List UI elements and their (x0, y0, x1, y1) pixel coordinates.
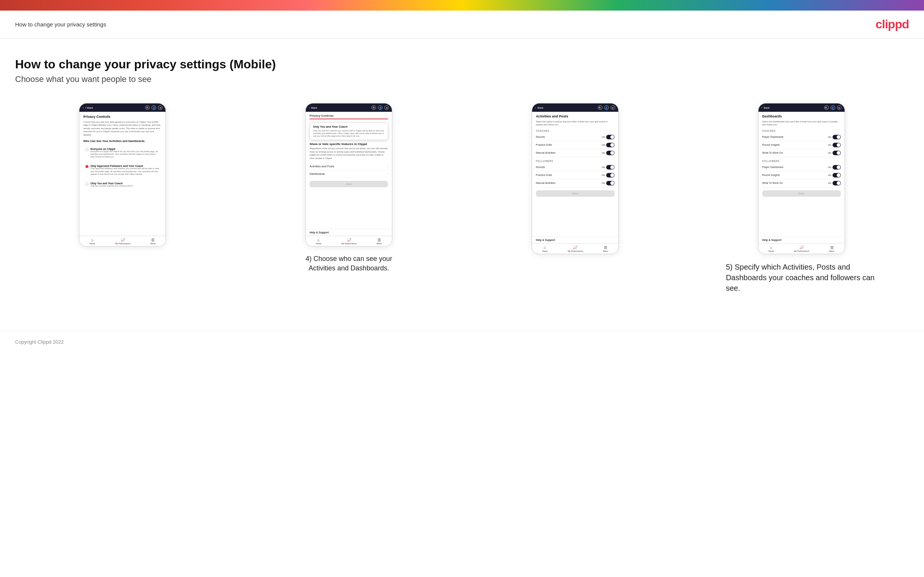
back-button-1[interactable]: ‹ < Back (82, 106, 93, 109)
coaches-manual-toggle[interactable] (606, 151, 614, 155)
phone-1-content: Privacy Controls Control how you and you… (79, 112, 166, 195)
mockup-group-1: ‹ < Back 🔍 👤 ⚙ Privacy Controls Control … (15, 103, 230, 247)
phone-4-content: Dashboards Select the dashboards that yo… (758, 112, 845, 199)
save-btn-3[interactable]: Save (536, 190, 614, 197)
option-approved-desc: Only approved followers and coaches you … (90, 167, 160, 175)
option-everyone-title: Everyone on Clippd (90, 148, 160, 150)
save-btn-2[interactable]: Save (310, 181, 388, 187)
performance-icon-4: 📈 (799, 245, 804, 250)
phone-1-nav: ⌂ Home 📈 My Performance ☰ Menu (79, 235, 166, 246)
nav-performance-label-2: My Performance (341, 242, 356, 245)
followers-round-insights-label: Round Insights (762, 174, 780, 176)
nav-performance-label-4: My Performance (794, 250, 809, 252)
nav-home-1[interactable]: ⌂ Home (90, 238, 95, 245)
settings-icon[interactable]: ⚙ (158, 105, 163, 110)
followers-manual-toggle[interactable] (606, 181, 614, 185)
radio-everyone (86, 148, 89, 151)
coaches-drills-row: Practice Drills ON (536, 141, 614, 149)
user-icon-2[interactable]: 👤 (378, 105, 383, 110)
search-icon-4[interactable]: 🔍 (824, 105, 829, 110)
followers-work-on-on: ON (828, 182, 832, 184)
search-icon-3[interactable]: 🔍 (598, 105, 603, 110)
nav-menu-3[interactable]: ☰ Menu (603, 245, 609, 252)
save-btn-4[interactable]: Save (762, 190, 841, 197)
nav-menu-1[interactable]: ☰ Menu (150, 238, 156, 245)
privacy-controls-tab[interactable]: Privacy Controls (310, 114, 388, 119)
privacy-controls-body: Control how you and your data appears to… (83, 121, 162, 136)
coaches-player-dash-toggle[interactable] (832, 135, 841, 139)
popup-text: Only you and the coaches you connect wit… (313, 129, 385, 137)
activities-posts-label: Activities and Posts (310, 164, 334, 168)
user-icon-3[interactable]: 👤 (604, 105, 609, 110)
coaches-drills-label: Practice Drills (536, 143, 552, 146)
help-support-2: Help & Support (306, 229, 392, 235)
coaches-player-dash-label: Player Dashboard (762, 135, 783, 138)
search-icon[interactable]: 🔍 (145, 105, 150, 110)
dashboards-title: Dashboards (762, 114, 841, 118)
coaches-work-on-row: What To Work On ON (762, 149, 841, 157)
phone-4: ‹ Back 🔍 👤 ⚙ Dashboards Select the dashb… (758, 103, 845, 254)
followers-manual-label: Manual Activities (536, 182, 556, 184)
nav-performance-4[interactable]: 📈 My Performance (794, 245, 809, 252)
followers-drills-toggle[interactable] (606, 173, 614, 177)
option-only-you[interactable]: Only You and Your Coach Only you and the… (83, 180, 162, 189)
header: How to change your privacy settings clip… (0, 11, 924, 39)
followers-rounds-on: ON (602, 166, 605, 168)
radio-approved (86, 165, 89, 168)
followers-round-insights-on: ON (828, 174, 832, 176)
nav-home-3[interactable]: ⌂ Home (542, 245, 548, 252)
phone-4-nav: ⌂ Home 📈 My Performance ☰ Menu (758, 243, 845, 254)
coaches-work-on-toggle[interactable] (832, 151, 841, 155)
followers-rounds-label: Rounds (536, 166, 545, 168)
settings-icon-2[interactable]: ⚙ (384, 105, 389, 110)
search-icon-2[interactable]: 🔍 (372, 105, 376, 110)
followers-round-insights-row: Round Insights ON (762, 171, 841, 179)
settings-icon-4[interactable]: ⚙ (837, 105, 842, 110)
nav-home-2[interactable]: ⌂ Home (316, 238, 321, 245)
topbar-icons-2: 🔍 👤 ⚙ (372, 105, 389, 110)
home-icon-1: ⌂ (91, 238, 93, 242)
performance-icon-1: 📈 (121, 238, 125, 242)
header-title: How to change your privacy settings (15, 21, 106, 27)
coaches-label-3: COACHES (536, 129, 614, 132)
back-button-3[interactable]: ‹ Back (535, 106, 543, 109)
coaches-drills-toggle[interactable] (606, 143, 614, 147)
coaches-player-dash-on: ON (828, 136, 832, 138)
nav-performance-1[interactable]: 📈 My Performance (115, 238, 130, 245)
nav-performance-2[interactable]: 📈 My Performance (341, 238, 356, 245)
coaches-rounds-toggle[interactable] (606, 135, 614, 139)
main-content: How to change your privacy settings (Mob… (0, 39, 924, 316)
settings-icon-3[interactable]: ⚙ (611, 105, 615, 110)
coaches-rounds-row: Rounds ON (536, 133, 614, 141)
activities-posts-row[interactable]: Activities and Posts › (310, 163, 388, 170)
followers-work-on-toggle[interactable] (832, 181, 841, 185)
nav-performance-label-1: My Performance (115, 242, 130, 245)
followers-rounds-toggle[interactable] (606, 165, 614, 169)
followers-player-dash-toggle[interactable] (832, 165, 841, 169)
option-approved[interactable]: Only Approved Followers and Your Coach O… (83, 163, 162, 177)
back-button-2[interactable]: ‹ Back (309, 106, 317, 109)
followers-label-4: FOLLOWERS (762, 160, 841, 162)
option-only-you-title: Only You and Your Coach (90, 182, 132, 185)
nav-menu-2[interactable]: ☰ Menu (377, 238, 382, 245)
followers-round-insights-toggle[interactable] (832, 173, 841, 177)
dashboards-row[interactable]: Dashboards › (310, 170, 388, 178)
radio-only-you (86, 182, 89, 185)
back-button-4[interactable]: ‹ Back (761, 106, 770, 109)
nav-menu-4[interactable]: ☰ Menu (829, 245, 834, 252)
user-icon[interactable]: 👤 (152, 105, 156, 110)
phone-2-topbar: ‹ Back 🔍 👤 ⚙ (306, 103, 392, 112)
nav-performance-3[interactable]: 📈 My Performance (568, 245, 583, 252)
coaches-player-dash-row: Player Dashboard ON (762, 133, 841, 141)
mockup-group-4: ‹ Back 🔍 👤 ⚙ Dashboards Select the dashb… (694, 103, 909, 293)
phone-3-nav: ⌂ Home 📈 My Performance ☰ Menu (532, 243, 618, 254)
copyright-text: Copyright Clippd 2022 (15, 339, 64, 345)
option-everyone-desc: Everyone on Clippd can search for you an… (90, 150, 160, 158)
nav-home-4[interactable]: ⌂ Home (768, 245, 774, 252)
coaches-round-insights-toggle[interactable] (832, 143, 841, 147)
nav-home-label-3: Home (542, 250, 548, 252)
only-you-popup: Only You and Your Coach Only you and the… (310, 122, 388, 140)
user-icon-4[interactable]: 👤 (831, 105, 835, 110)
option-everyone[interactable]: Everyone on Clippd Everyone on Clippd ca… (83, 146, 162, 160)
nav-menu-label-2: Menu (377, 242, 382, 245)
